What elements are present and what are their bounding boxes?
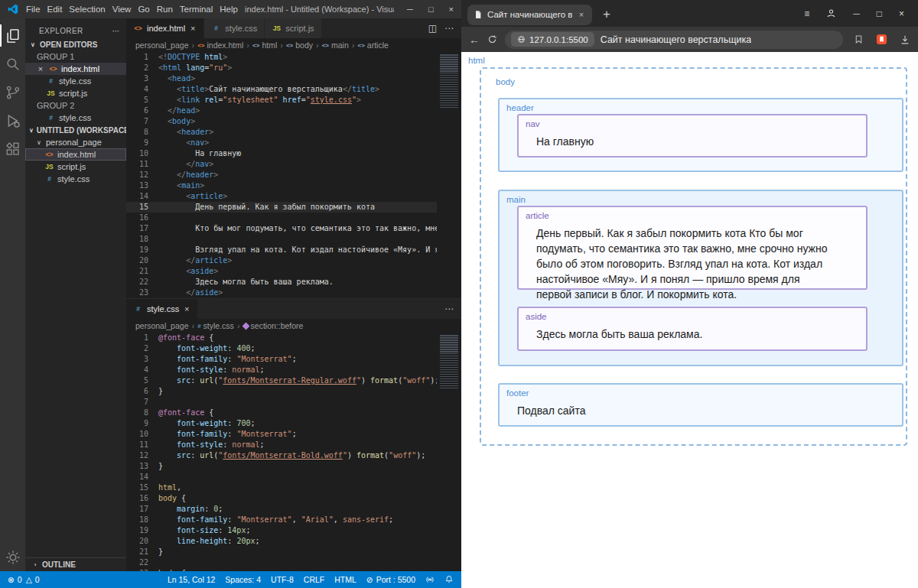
tab-index-html[interactable]: <> index.html ×	[126, 18, 204, 38]
tree-item-style-css[interactable]: # style.css	[25, 173, 126, 185]
line-number[interactable]: 9	[126, 138, 158, 148]
line-number[interactable]: 2	[126, 63, 158, 73]
code-line[interactable]: 11 font-style: normal;	[126, 440, 437, 450]
menu-view[interactable]: View	[112, 5, 132, 14]
browser-close-button[interactable]: ×	[899, 8, 904, 19]
code-line[interactable]: 14 <article>	[126, 191, 437, 202]
code-line[interactable]: 11 </nav>	[126, 159, 437, 170]
editor-more-icon[interactable]: ⋯	[444, 304, 454, 314]
code-line[interactable]: 2 font-weight: 400;	[126, 343, 437, 354]
line-number[interactable]: 18	[126, 515, 158, 525]
code-line[interactable]: 13 <main>	[126, 180, 437, 191]
code-line[interactable]: 6}	[126, 386, 437, 397]
open-editor-style-css[interactable]: # style.css	[25, 75, 126, 87]
line-number[interactable]: 13	[126, 461, 158, 472]
code-line[interactable]: 23 </aside>	[126, 288, 437, 298]
collections-icon[interactable]	[876, 34, 887, 45]
code-line[interactable]: 12 </header>	[126, 170, 437, 180]
editor-more-icon[interactable]: ⋯	[444, 23, 454, 34]
code-line[interactable]: 19 font-size: 14px;	[126, 525, 437, 536]
code-line[interactable]: 16	[126, 213, 437, 223]
line-number[interactable]: 10	[126, 148, 158, 159]
line-number[interactable]: 8	[126, 408, 158, 418]
cursor-position[interactable]: Ln 15, Col 12	[168, 575, 215, 584]
code-line[interactable]: 20 line-height: 20px;	[126, 536, 437, 547]
problems-warnings[interactable]: △ 0	[26, 575, 40, 584]
bell-icon[interactable]	[444, 575, 454, 584]
line-number[interactable]: 5	[126, 375, 158, 386]
code-line[interactable]: 3 font-family: "Montserrat";	[126, 354, 437, 365]
search-icon[interactable]	[0, 50, 25, 78]
line-number[interactable]: 8	[126, 127, 158, 138]
line-number[interactable]: 17	[126, 223, 158, 234]
code-line[interactable]: 14	[126, 472, 437, 482]
code-line[interactable]: 12 src: url("fonts/Montserrat-Bold.woff"…	[126, 450, 437, 461]
line-number[interactable]: 5	[126, 95, 158, 106]
line-number[interactable]: 2	[126, 343, 158, 354]
menu-selection[interactable]: Selection	[69, 5, 105, 14]
minimap[interactable]	[437, 52, 461, 298]
code-line[interactable]: 4 <title>Сайт начинающего верстальщика</…	[126, 84, 437, 95]
line-number[interactable]: 13	[126, 180, 158, 191]
breadcrumb-item[interactable]: style.css	[203, 321, 234, 330]
line-number[interactable]: 11	[126, 159, 158, 170]
problems-errors[interactable]: ⊗ 0	[8, 575, 22, 584]
code-line[interactable]: 9 <nav>	[126, 138, 437, 148]
code-line[interactable]: 16body {	[126, 493, 437, 504]
menu-run[interactable]: Run	[157, 5, 173, 14]
line-number[interactable]: 23	[126, 288, 158, 298]
code-line[interactable]: 19 Взгляд упал на кота. Кот издал настой…	[126, 245, 437, 255]
breadcrumb-item[interactable]: personal_page	[135, 321, 188, 330]
encoding[interactable]: UTF-8	[271, 575, 294, 584]
line-number[interactable]: 7	[126, 397, 158, 408]
explorer-more-icon[interactable]: ⋯	[112, 27, 120, 35]
vscode-maximize-button[interactable]: □	[428, 5, 434, 14]
code-line[interactable]: 10 На главную	[126, 148, 437, 159]
code-line[interactable]: 15 День первый. Как я забыл покормить ко…	[126, 202, 437, 213]
code-line[interactable]: 8 <header>	[126, 127, 437, 138]
line-number[interactable]: 4	[126, 84, 158, 95]
line-number[interactable]: 11	[126, 440, 158, 450]
line-number[interactable]: 15	[126, 482, 158, 493]
line-number[interactable]: 1	[126, 333, 158, 343]
browser-minimize-button[interactable]: ─	[853, 8, 860, 19]
line-number[interactable]: 10	[126, 429, 158, 440]
language-mode[interactable]: HTML	[334, 575, 356, 584]
download-icon[interactable]	[900, 34, 910, 45]
bookmark-icon[interactable]	[854, 34, 864, 44]
open-editor-style-css-2[interactable]: # style.css	[25, 112, 126, 124]
line-number[interactable]: 7	[126, 116, 158, 127]
code-line[interactable]: 7 <body>	[126, 116, 437, 127]
code-line[interactable]: 22 Здесь могла быть ваша реклама.	[126, 277, 437, 288]
line-number[interactable]: 19	[126, 525, 158, 536]
source-control-icon[interactable]	[0, 78, 25, 106]
code-line[interactable]: 3 <head>	[126, 73, 437, 84]
line-number[interactable]: 6	[126, 386, 158, 397]
folder-personal-page[interactable]: ∨ personal_page	[25, 136, 126, 148]
code-line[interactable]: 4 font-style: normal;	[126, 365, 437, 375]
breadcrumb-item[interactable]: section::before	[251, 321, 304, 330]
line-number[interactable]: 3	[126, 354, 158, 365]
code-line[interactable]: 10 font-family: "Montserrat";	[126, 429, 437, 440]
line-number[interactable]: 22	[126, 557, 158, 568]
url-chip[interactable]: 127.0.0.1:5500	[511, 32, 594, 47]
line-number[interactable]: 16	[126, 493, 158, 504]
extensions-icon[interactable]	[0, 135, 25, 163]
close-icon[interactable]: ×	[36, 64, 45, 73]
menu-help[interactable]: Help	[220, 5, 238, 14]
code-line[interactable]: 1<!DOCTYPE html>	[126, 52, 437, 63]
outline-section[interactable]: › OUTLINE	[25, 557, 126, 571]
code-line[interactable]: 6 </head>	[126, 106, 437, 116]
profile-icon[interactable]	[826, 8, 836, 18]
code-line[interactable]: 1@font-face {	[126, 333, 437, 343]
browser-tab[interactable]: Сайт начинающего ве... ×	[467, 5, 592, 25]
open-editors-section[interactable]: ∨ OPEN EDITORS	[25, 38, 126, 50]
settings-gear-icon[interactable]	[0, 543, 25, 571]
workspace-section[interactable]: ∨ UNTITLED (WORKSPACE)	[25, 124, 126, 136]
address-bar[interactable]: 127.0.0.1:5500 Сайт начинающего версталь…	[505, 31, 843, 49]
breadcrumb-item[interactable]: article	[367, 41, 389, 50]
breadcrumb-item[interactable]: personal_page	[135, 41, 188, 50]
breadcrumb-item[interactable]: index.html	[207, 41, 244, 50]
line-number[interactable]: 21	[126, 547, 158, 557]
menu-terminal[interactable]: Terminal	[180, 5, 213, 14]
